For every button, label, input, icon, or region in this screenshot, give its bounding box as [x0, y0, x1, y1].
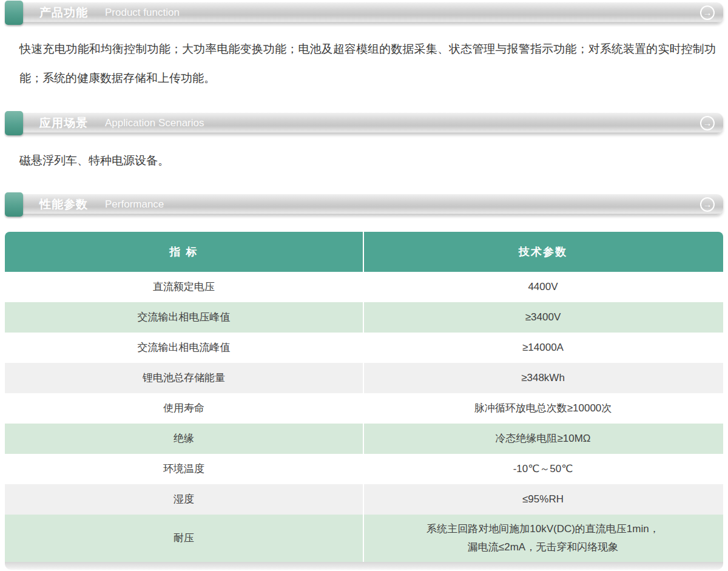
value-cell: ≤95%RH	[364, 484, 722, 515]
value-cell: ≥14000A	[364, 333, 722, 363]
value-cell: ≥3400V	[364, 302, 722, 333]
arrow-circle-icon: →	[700, 116, 715, 130]
product-function-text: 快速充电功能和均衡控制功能；大功率电能变换功能；电池及超容模组的数据采集、状态管…	[19, 35, 716, 93]
performance-table: 指 标 技术参数 直流额定电压 4400V 交流输出相电压峰值 ≥3400V 交…	[5, 232, 723, 570]
product-spec-page: 产品功能 Product function → 快速充电功能和均衡控制功能；大功…	[0, 0, 728, 571]
section-title-en: Performance	[105, 198, 164, 211]
section-title-en: Application Scenarios	[105, 117, 204, 129]
section-header-performance: 性能参数 Performance →	[8, 194, 723, 215]
section-title-zh: 性能参数	[39, 197, 88, 212]
value-cell: 系统主回路对地间施加10kV(DC)的直流电压1min， 漏电流≤2mA，无击穿…	[364, 515, 722, 562]
indicator-cell: 交流输出相电压峰值	[5, 302, 364, 333]
table-bottom-shadow	[5, 562, 723, 570]
value-cell: -10℃～50℃	[364, 454, 722, 484]
table-row: 交流输出相电流峰值 ≥14000A	[5, 333, 723, 363]
table-header-indicator: 指 标	[5, 232, 364, 272]
table-row: 锂电池总存储能量 ≥348kWh	[5, 363, 723, 393]
table-row: 使用寿命 脉冲循环放电总次数≥10000次	[5, 393, 723, 424]
value-cell: 4400V	[364, 272, 722, 302]
indicator-cell: 锂电池总存储能量	[5, 363, 364, 393]
table-row: 耐压 系统主回路对地间施加10kV(DC)的直流电压1min， 漏电流≤2mA，…	[5, 515, 723, 562]
value-cell: 脉冲循环放电总次数≥10000次	[364, 393, 722, 424]
table-row: 环境温度 -10℃～50℃	[5, 454, 723, 484]
table-row: 交流输出相电压峰值 ≥3400V	[5, 302, 723, 333]
table-header-parameter: 技术参数	[364, 232, 722, 272]
value-cell: 冷态绝缘电阻≥10MΩ	[364, 424, 722, 454]
table-row: 直流额定电压 4400V	[5, 272, 723, 302]
indicator-cell: 耐压	[5, 515, 364, 562]
section-title-en: Product function	[105, 7, 180, 19]
section-header-product-function: 产品功能 Product function →	[8, 2, 723, 23]
section-header-application-scenarios: 应用场景 Application Scenarios →	[8, 113, 723, 133]
green-chip-icon	[5, 192, 23, 217]
indicator-cell: 绝缘	[5, 424, 364, 454]
indicator-cell: 湿度	[5, 484, 364, 515]
application-scenarios-text: 磁悬浮列车、特种电源设备。	[19, 152, 716, 170]
indicator-cell: 环境温度	[5, 454, 364, 484]
green-chip-icon	[5, 111, 23, 135]
section-title-zh: 产品功能	[39, 5, 88, 21]
indicator-cell: 直流额定电压	[5, 272, 364, 302]
table-header-row: 指 标 技术参数	[5, 232, 723, 272]
arrow-circle-icon: →	[700, 197, 715, 212]
green-chip-icon	[5, 1, 23, 25]
table-row: 绝缘 冷态绝缘电阻≥10MΩ	[5, 424, 723, 454]
indicator-cell: 交流输出相电流峰值	[5, 333, 364, 363]
indicator-cell: 使用寿命	[5, 393, 364, 424]
section-title-zh: 应用场景	[39, 115, 88, 131]
arrow-circle-icon: →	[700, 5, 715, 20]
value-cell: ≥348kWh	[364, 363, 722, 393]
table-row: 湿度 ≤95%RH	[5, 484, 723, 515]
